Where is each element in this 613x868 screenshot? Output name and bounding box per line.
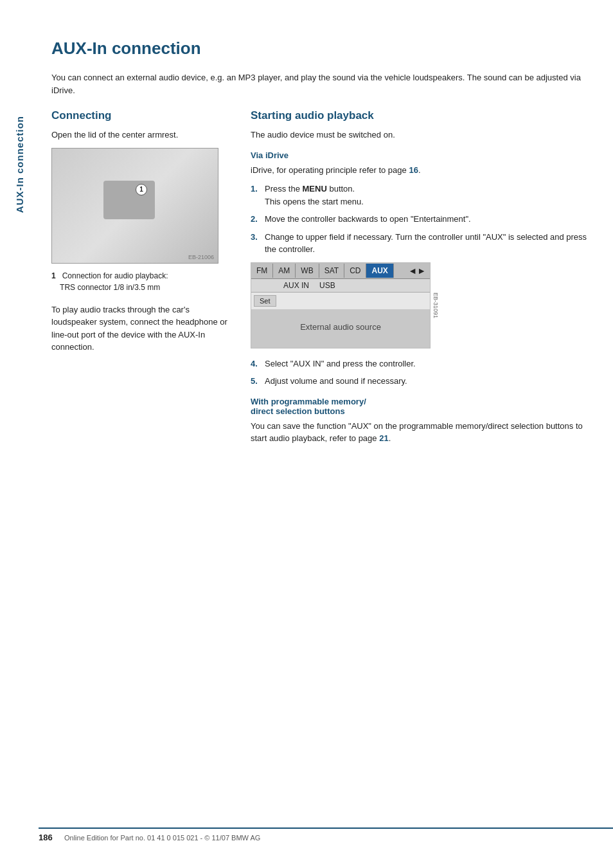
ui-display-area: External audio source — [251, 309, 430, 348]
starting-audio-heading: Starting audio playback — [251, 109, 587, 122]
steps-list: 1. Press the MENU button. This opens the… — [251, 183, 587, 256]
footer-copyright: Online Edition for Part no. 01 41 0 015 … — [64, 834, 260, 842]
set-label: Set — [254, 295, 276, 307]
body-text: To play audio tracks through the car's l… — [51, 303, 231, 354]
via-idrive-intro: iDrive, for operating principle refer to… — [251, 164, 587, 177]
tab-fm: FM — [251, 264, 273, 278]
via-idrive-heading: Via iDrive — [251, 150, 587, 160]
programmable-heading: With programmable memory/direct selectio… — [251, 397, 587, 416]
step-5: 5. Adjust volume and sound if necessary. — [251, 375, 587, 388]
programmable-text: You can save the function "AUX" on the p… — [251, 420, 587, 445]
image-number-label: 1 — [136, 184, 147, 195]
sub-aux-in: AUX IN — [283, 281, 309, 290]
screenshot-code: EB-31091 — [432, 292, 439, 318]
tab-wb: WB — [296, 264, 319, 278]
caption-number: 1 — [51, 271, 56, 280]
ui-screen-inner: FM AM WB SAT CD AUX ◄► AUX IN USB — [251, 263, 430, 348]
sidebar-label: AUX-In connection — [14, 116, 25, 213]
nav-icon: ◄► — [404, 263, 430, 278]
radio-tabs-bar: FM AM WB SAT CD AUX ◄► — [251, 263, 430, 279]
page-number: 186 — [39, 833, 58, 842]
radio-sub-row: AUX IN USB — [251, 279, 430, 293]
right-column: Starting audio playback The audio device… — [251, 109, 587, 451]
ui-screenshot: FM AM WB SAT CD AUX ◄► AUX IN USB — [251, 262, 431, 348]
ref-link-16[interactable]: 16 — [409, 165, 418, 175]
page-title: AUX-In connection — [51, 39, 587, 59]
display-text: External audio source — [300, 322, 381, 332]
tab-sat: SAT — [319, 264, 344, 278]
step-1: 1. Press the MENU button. This opens the… — [251, 183, 587, 208]
device-on-text: The audio device must be switched on. — [251, 129, 587, 141]
footer: 186 Online Edition for Part no. 01 41 0 … — [39, 827, 613, 842]
step-2: 2. Move the controller backwards to open… — [251, 213, 587, 226]
step-4: 4. Select "AUX IN" and press the control… — [251, 357, 587, 370]
step-3: 3. Change to upper field if necessary. T… — [251, 231, 587, 256]
tab-am: AM — [273, 264, 296, 278]
steps-list-2: 4. Select "AUX IN" and press the control… — [251, 357, 587, 388]
main-content: AUX-In connection You can connect an ext… — [39, 0, 613, 490]
tab-cd: CD — [344, 264, 366, 278]
sidebar: AUX-In connection — [0, 0, 39, 868]
left-column: Connecting Open the lid of the center ar… — [51, 109, 231, 451]
sub-usb: USB — [319, 281, 335, 290]
image-code: EB-21006 — [188, 254, 214, 260]
tab-aux: AUX — [366, 264, 393, 278]
set-label-row: Set — [251, 293, 430, 309]
ref-link-21[interactable]: 21 — [379, 433, 388, 443]
connecting-heading: Connecting — [51, 109, 231, 122]
image-caption: 1 Connection for audio playback: TRS con… — [51, 270, 231, 293]
two-columns: Connecting Open the lid of the center ar… — [51, 109, 587, 451]
open-lid-text: Open the lid of the center armrest. — [51, 129, 231, 141]
connector-image: 1 EB-21006 — [51, 148, 218, 264]
intro-text: You can connect an external audio device… — [51, 71, 587, 96]
